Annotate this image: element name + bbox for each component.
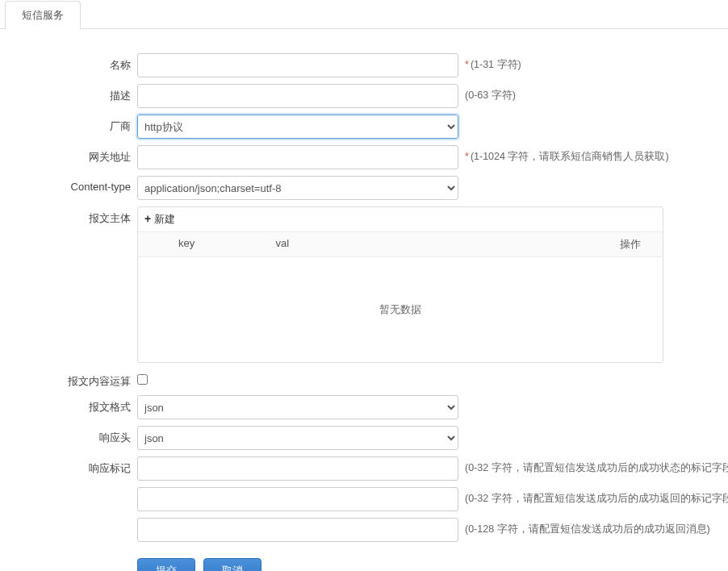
resp-flag-fieldname-input[interactable]: [137, 456, 458, 481]
resp-flag-fieldval-input[interactable]: [137, 487, 458, 511]
content-type-select[interactable]: application/json;charset=utf-8: [137, 176, 458, 200]
label-gateway: 网关地址: [8, 145, 137, 165]
add-body-row-button[interactable]: + 新建: [144, 212, 175, 227]
resp-head-select[interactable]: json: [137, 426, 458, 450]
label-body-format: 报文格式: [8, 395, 137, 415]
sms-form: 名称 *(1-31 字符) 描述 (0-63 字符) 厂商 http协议 网关地…: [0, 29, 728, 571]
label-desc: 描述: [8, 84, 137, 103]
label-resp-head: 响应头: [8, 426, 137, 445]
plus-icon: +: [144, 212, 151, 225]
hint-resp-flag-message: (0-128 字符，请配置短信发送成功后的成功返回消息): [458, 518, 710, 536]
cancel-button[interactable]: 取消: [203, 558, 261, 571]
body-format-select[interactable]: json: [137, 395, 458, 419]
label-resp-flag: 响应标记: [8, 456, 137, 476]
hint-gateway: *(1-1024 字符，请联系短信商销售人员获取): [458, 145, 669, 164]
resp-flag-message-input[interactable]: [137, 518, 458, 542]
submit-button[interactable]: 提交: [137, 558, 195, 571]
body-table-header: key val 操作: [138, 232, 663, 257]
required-mark: *: [465, 59, 469, 70]
label-content-type: Content-type: [8, 176, 137, 193]
body-compute-checkbox[interactable]: [137, 374, 148, 385]
tabs-bar: 短信服务: [0, 0, 728, 29]
vendor-select[interactable]: http协议: [137, 115, 458, 139]
required-mark: *: [465, 151, 469, 162]
tab-label: 短信服务: [22, 9, 64, 21]
desc-input[interactable]: [137, 84, 458, 108]
hint-resp-flag-fieldname: (0-32 字符，请配置短信发送成功后的成功状态的标记字段名): [458, 456, 728, 475]
body-table-empty: 暂无数据: [138, 257, 663, 362]
label-body: 报文主体: [8, 206, 137, 226]
col-val: val: [270, 232, 599, 256]
gateway-input[interactable]: [137, 145, 458, 169]
hint-name: *(1-31 字符): [458, 53, 521, 72]
hint-desc: (0-63 字符): [458, 84, 516, 102]
col-key: key: [138, 232, 270, 256]
name-input[interactable]: [137, 53, 458, 77]
label-body-compute: 报文内容运算: [8, 369, 137, 389]
body-toolbar: + 新建: [138, 207, 663, 232]
label-name: 名称: [8, 53, 137, 73]
tab-sms-service[interactable]: 短信服务: [5, 1, 81, 29]
col-op: 操作: [598, 232, 663, 256]
body-table: + 新建 key val 操作 暂无数据: [137, 206, 663, 363]
hint-resp-flag-fieldval: (0-32 字符，请配置短信发送成功后的成功返回的标记字段值): [458, 487, 728, 506]
label-vendor: 厂商: [8, 115, 137, 134]
add-label: 新建: [154, 213, 175, 225]
